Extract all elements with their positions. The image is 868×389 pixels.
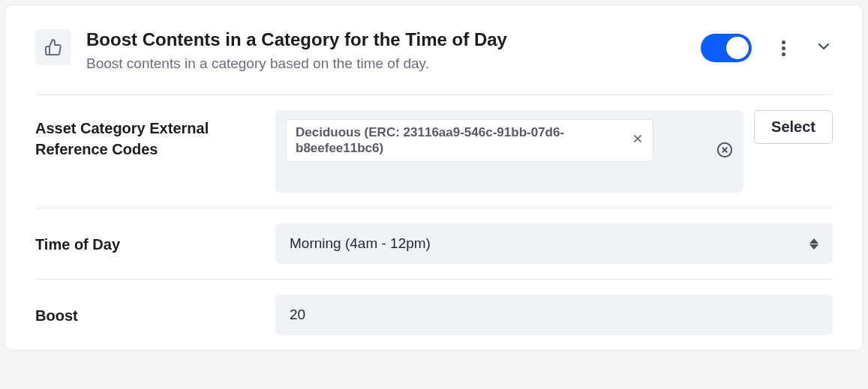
boost-row: Boost 20 [5,280,863,350]
more-options-button[interactable] [774,39,792,57]
time-of-day-select[interactable]: Morning (4am - 12pm) [275,223,833,264]
svg-marker-6 [809,244,818,250]
asset-category-row: Asset Category External Reference Codes … [5,95,863,208]
asset-category-content: Deciduous (ERC: 23116aa9-546c-91bb-07d6-… [275,110,833,193]
asset-category-label: Asset Category External Reference Codes [35,110,260,160]
asset-category-tag-container[interactable]: Deciduous (ERC: 23116aa9-546c-91bb-07d6-… [275,110,743,193]
panel-title: Boost Contents in a Category for the Tim… [86,28,671,51]
select-category-button[interactable]: Select [754,110,833,144]
header-text: Boost Contents in a Category for the Tim… [86,28,671,72]
svg-marker-5 [809,238,818,244]
boost-value: 20 [290,307,305,323]
settings-panel: Boost Contents in a Category for the Tim… [5,4,863,351]
clear-all-button[interactable] [716,142,733,161]
header-controls [701,34,833,62]
collapse-button[interactable] [815,37,833,58]
time-of-day-label: Time of Day [35,223,260,255]
asset-category-tag: Deciduous (ERC: 23116aa9-546c-91bb-07d6-… [286,119,653,162]
panel-subtitle: Boost contents in a category based on th… [86,55,671,72]
thumbs-up-icon [35,29,71,65]
panel-header: Boost Contents in a Category for the Tim… [5,5,863,94]
toggle-knob [726,37,749,59]
select-caret-icon [809,238,818,250]
remove-tag-button[interactable] [632,133,644,148]
boost-content: 20 [275,295,833,335]
time-of-day-content: Morning (4am - 12pm) [275,223,833,264]
boost-input[interactable]: 20 [275,295,833,335]
time-of-day-row: Time of Day Morning (4am - 12pm) [5,208,863,279]
time-of-day-value: Morning (4am - 12pm) [290,235,431,252]
enable-toggle[interactable] [701,34,752,62]
tag-text: Deciduous (ERC: 23116aa9-546c-91bb-07d6-… [296,124,621,157]
boost-label: Boost [35,295,260,326]
